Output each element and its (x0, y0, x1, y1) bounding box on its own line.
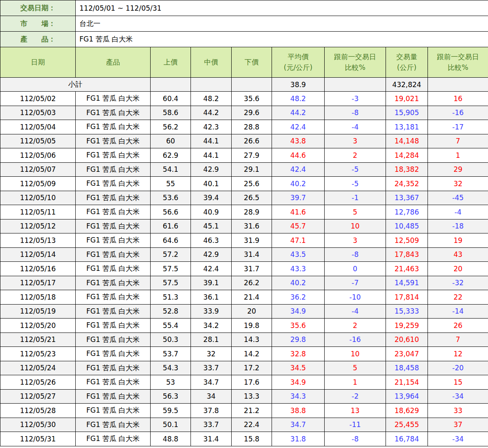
cell-low-price: 28.8 (232, 120, 272, 134)
cell-low-price: 21.4 (232, 290, 272, 305)
table-row: 112/05/14FG1 苦瓜 白大米57.242.931.443.5-817,… (0, 247, 488, 262)
cell-mid-price: 40.1 (191, 177, 232, 191)
cell-volume: 12,509 (386, 233, 428, 248)
cell-avg-price: 48.2 (272, 92, 325, 106)
cell-avg-price: 44.6 (272, 148, 325, 163)
cell-avg-change-pct: 10 (325, 219, 386, 233)
cell-avg-change-pct: -4 (325, 120, 386, 134)
cell-high-price: 53 (151, 375, 191, 390)
cell-low-price: 17.6 (232, 375, 272, 390)
cell-avg-change-pct: 3 (325, 134, 386, 148)
cell-mid-price: 42.3 (191, 120, 232, 134)
cell-avg-change-pct: 13 (325, 404, 386, 418)
cell-product: FG1 苦瓜 白大米 (76, 148, 151, 163)
cell-avg-price: 38.8 (272, 404, 325, 418)
cell-mid-price: 36.1 (191, 290, 232, 305)
cell-volume-change-pct: 20 (428, 262, 488, 276)
cell-mid-price: 39.1 (191, 276, 232, 290)
cell-product: FG1 苦瓜 白大米 (76, 304, 151, 319)
cell-avg-change-pct: 0 (325, 262, 386, 276)
market-row: 市 場： 台北一 (0, 16, 488, 32)
cell-avg-change-pct: 3 (325, 233, 386, 248)
market-label: 市 場： (0, 16, 76, 32)
cell-avg-price: 34.5 (272, 361, 325, 375)
cell-date: 112/05/24 (0, 361, 76, 375)
cell-avg-change-pct: -2 (325, 389, 386, 404)
cell-high-price: 53.7 (151, 347, 191, 361)
cell-product: FG1 苦瓜 白大米 (76, 162, 151, 177)
cell-low-price: 29.6 (232, 106, 272, 120)
cell-avg-change-pct: -4 (325, 304, 386, 319)
cell-product: FG1 苦瓜 白大米 (76, 418, 151, 432)
cell-mid-price: 37.8 (191, 404, 232, 418)
cell-high-price: 59.5 (151, 404, 191, 418)
cell-avg-price: 34.3 (272, 389, 325, 404)
cell-date: 112/05/10 (0, 191, 76, 205)
cell-high-price: 56.2 (151, 120, 191, 134)
table-row: 112/05/06FG1 苦瓜 白大米62.944.127.944.6214,2… (0, 148, 488, 163)
cell-volume-change-pct: 26 (428, 319, 488, 333)
table-row: 112/05/02FG1 苦瓜 白大米60.448.235.648.2-319,… (0, 92, 488, 106)
cell-product: FG1 苦瓜 白大米 (76, 319, 151, 333)
cell-avg-change-pct: -5 (325, 162, 386, 177)
cell-date: 112/05/16 (0, 262, 76, 276)
cell-mid-price: 42.9 (191, 247, 232, 262)
cell-product: FG1 苦瓜 白大米 (76, 92, 151, 106)
cell-avg-change-pct: -1 (325, 191, 386, 205)
cell-mid-price: 42.4 (191, 262, 232, 276)
cell-volume: 19,259 (386, 319, 428, 333)
cell-low-price: 25.6 (232, 177, 272, 191)
cell-volume: 25,455 (386, 418, 428, 432)
cell-avg-price: 42.4 (272, 120, 325, 134)
cell-product: FG1 苦瓜 白大米 (76, 106, 151, 120)
cell-product: FG1 苦瓜 白大米 (76, 276, 151, 290)
subtotal-row: 小計 38.9 432,824 (0, 78, 488, 92)
subtotal-volume: 432,824 (386, 78, 428, 92)
cell-date: 112/05/03 (0, 106, 76, 120)
table-row: 112/05/16FG1 苦瓜 白大米57.542.431.743.3021,4… (0, 262, 488, 276)
cell-date: 112/05/02 (0, 92, 76, 106)
product-label: 產 品： (0, 32, 76, 47)
cell-date: 112/05/26 (0, 375, 76, 390)
cell-product: FG1 苦瓜 白大米 (76, 120, 151, 134)
cell-mid-price: 34 (191, 389, 232, 404)
cell-mid-price: 34.2 (191, 319, 232, 333)
cell-volume: 23,047 (386, 347, 428, 361)
cell-mid-price: 28.1 (191, 333, 232, 347)
cell-low-price: 31.7 (232, 262, 272, 276)
cell-avg-change-pct: 5 (325, 205, 386, 219)
cell-date: 112/05/09 (0, 177, 76, 191)
table-row: 112/05/04FG1 苦瓜 白大米56.242.328.842.4-413,… (0, 120, 488, 134)
cell-mid-price: 44.1 (191, 134, 232, 148)
table-row: 112/05/28FG1 苦瓜 白大米59.537.821.238.81318,… (0, 404, 488, 418)
product-row: 產 品： FG1 苦瓜 白大米 (0, 32, 488, 47)
cell-avg-price: 40.2 (272, 177, 325, 191)
cell-volume-change-pct: -45 (428, 191, 488, 205)
cell-low-price: 13.3 (232, 389, 272, 404)
cell-empty (325, 78, 386, 92)
cell-volume-change-pct: -20 (428, 361, 488, 375)
cell-volume: 10,485 (386, 219, 428, 233)
cell-avg-price: 34.9 (272, 304, 325, 319)
cell-mid-price: 31.4 (191, 432, 232, 446)
cell-avg-price: 43.8 (272, 134, 325, 148)
cell-high-price: 55 (151, 177, 191, 191)
cell-product: FG1 苦瓜 白大米 (76, 347, 151, 361)
cell-mid-price: 40.9 (191, 205, 232, 219)
cell-avg-price: 31.8 (272, 432, 325, 446)
cell-avg-price: 29.8 (272, 333, 325, 347)
cell-avg-change-pct: -16 (325, 333, 386, 347)
cell-low-price: 20 (232, 304, 272, 319)
cell-avg-price: 35.6 (272, 319, 325, 333)
cell-low-price: 22.4 (232, 418, 272, 432)
subtotal-label: 小計 (0, 78, 151, 92)
table-row: 112/05/09FG1 苦瓜 白大米5540.125.640.2-524,35… (0, 177, 488, 191)
cell-low-price: 21.2 (232, 404, 272, 418)
market-price-table: 交易日期： 112/05/01 ~ 112/05/31 市 場： 台北一 產 品… (0, 0, 488, 446)
cell-mid-price: 44.1 (191, 148, 232, 163)
cell-mid-price: 32 (191, 347, 232, 361)
cell-volume: 13,367 (386, 191, 428, 205)
cell-date: 112/05/14 (0, 247, 76, 262)
cell-volume-change-pct: 43 (428, 247, 488, 262)
cell-avg-price: 40.2 (272, 276, 325, 290)
